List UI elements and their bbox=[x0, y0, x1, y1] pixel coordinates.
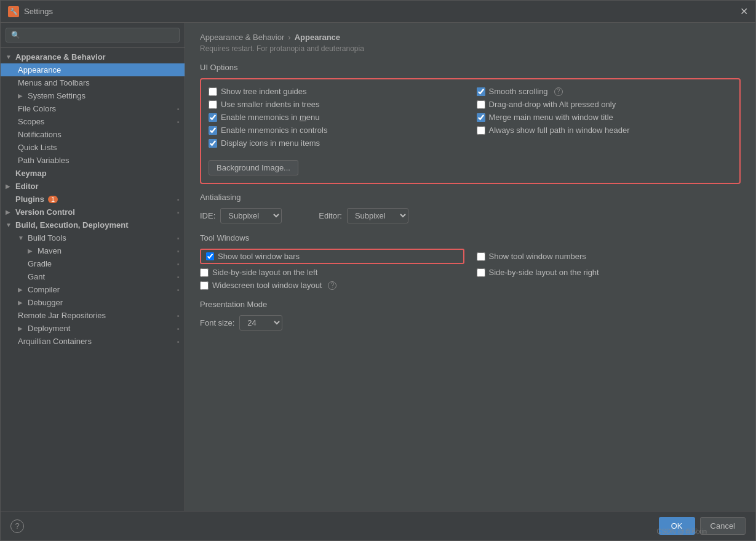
sidebar-label-file-colors: File Colors bbox=[18, 104, 56, 113]
sidebar-item-appearance-behavior[interactable]: ▼ Appearance & Behavior bbox=[1, 50, 185, 63]
widescreen-layout-label: Widescreen tool window layout bbox=[212, 281, 322, 290]
ide-aa-select[interactable]: Subpixel Greyscale None bbox=[220, 208, 282, 223]
font-size-select[interactable]: 12 14 16 18 20 22 24 28 32 bbox=[239, 315, 282, 331]
expand-icon: ▶ bbox=[18, 299, 28, 306]
expand-icon: ▼ bbox=[18, 234, 28, 241]
drag-drop-alt-label: Drag-and-drop with Alt pressed only bbox=[489, 100, 616, 109]
sidebar: ▼ Appearance & Behavior Appearance Menus… bbox=[1, 23, 185, 511]
help-button[interactable]: ? bbox=[10, 519, 24, 533]
antialiasing-title: Antialiasing bbox=[200, 193, 741, 202]
display-icons-checkbox[interactable] bbox=[209, 139, 217, 148]
show-tool-window-numbers-checkbox[interactable] bbox=[477, 252, 485, 261]
enable-mnemonics-menu-checkbox[interactable] bbox=[209, 113, 217, 122]
sidebar-label-compiler: Compiler bbox=[28, 285, 60, 294]
smooth-scrolling-checkbox[interactable] bbox=[477, 87, 485, 96]
always-full-path-checkbox[interactable] bbox=[477, 126, 485, 135]
smooth-scrolling-label: Smooth scrolling bbox=[489, 87, 548, 96]
ui-options-box: Show tree indent guides Smooth scrolling… bbox=[200, 78, 741, 184]
breadcrumb: Appearance & Behavior › Appearance bbox=[200, 33, 741, 42]
show-tool-window-bars-checkbox[interactable] bbox=[206, 252, 214, 260]
sidebar-item-plugins[interactable]: Plugins 1 ▪ bbox=[1, 193, 185, 206]
sidebar-item-gradle[interactable]: Gradle ▪ bbox=[1, 257, 185, 270]
sidebar-item-deployment[interactable]: ▶ Deployment ▪ bbox=[1, 322, 185, 335]
sidebar-item-appearance[interactable]: Appearance bbox=[1, 63, 185, 76]
sidebar-item-arquillian[interactable]: Arquillian Containers ▪ bbox=[1, 335, 185, 348]
expand-icon: ▶ bbox=[6, 183, 15, 190]
sidebar-item-file-colors[interactable]: File Colors ▪ bbox=[1, 102, 185, 115]
breadcrumb-separator: › bbox=[288, 33, 290, 42]
sidebar-item-quick-lists[interactable]: Quick Lists bbox=[1, 141, 185, 154]
expand-icon: ▶ bbox=[28, 247, 38, 254]
subtitle: Requires restart. For protanopia and deu… bbox=[200, 44, 741, 53]
editor-aa-group: Editor: Subpixel Greyscale None bbox=[319, 208, 408, 223]
side-by-side-right-label: Side-by-side layout on the right bbox=[489, 268, 599, 277]
presentation-mode-row: Font size: 12 14 16 18 20 22 24 28 32 bbox=[200, 315, 741, 331]
editor-aa-select[interactable]: Subpixel Greyscale None bbox=[347, 208, 408, 223]
side-by-side-right-checkbox[interactable] bbox=[477, 268, 485, 277]
sidebar-label-editor: Editor bbox=[15, 182, 39, 191]
sidebar-item-notifications[interactable]: Notifications bbox=[1, 128, 185, 141]
sidebar-item-remote-jar-repos[interactable]: Remote Jar Repositories ▪ bbox=[1, 309, 185, 322]
sidebar-item-scopes[interactable]: Scopes ▪ bbox=[1, 115, 185, 128]
option-drag-drop-alt: Drag-and-drop with Alt pressed only bbox=[477, 100, 733, 109]
sidebar-item-path-variables[interactable]: Path Variables bbox=[1, 154, 185, 167]
expand-icon: ▶ bbox=[18, 92, 28, 99]
tool-windows-title: Tool Windows bbox=[200, 233, 741, 242]
merge-main-menu-checkbox[interactable] bbox=[477, 113, 485, 122]
sidebar-label-system-settings: System Settings bbox=[28, 91, 86, 100]
help-icon[interactable]: ? bbox=[328, 281, 336, 290]
sidebar-label-version-control: Version Control bbox=[15, 207, 75, 217]
sidebar-item-editor[interactable]: ▶ Editor bbox=[1, 180, 185, 193]
expand-icon: ▶ bbox=[6, 209, 15, 215]
sidebar-label-build-tools: Build Tools bbox=[28, 233, 66, 242]
breadcrumb-part1: Appearance & Behavior bbox=[200, 33, 284, 42]
pin-icon: ▪ bbox=[177, 273, 180, 281]
plugins-badge: 1 bbox=[48, 196, 58, 203]
footer-left: ? bbox=[10, 519, 24, 533]
sidebar-label-keymap: Keymap bbox=[15, 169, 47, 178]
sidebar-item-system-settings[interactable]: ▶ System Settings bbox=[1, 89, 185, 102]
watermark: CSDN @春秋xin bbox=[657, 527, 707, 536]
widescreen-layout-checkbox[interactable] bbox=[200, 281, 209, 290]
close-button[interactable]: ✕ bbox=[740, 6, 748, 17]
option-enable-mnemonics-menu: Enable mnemonics in menu bbox=[209, 113, 464, 122]
show-tool-window-bars-label: Show tool window bars bbox=[218, 252, 300, 261]
pin-icon: ▪ bbox=[177, 312, 180, 319]
app-icon: 🔧 bbox=[8, 6, 19, 17]
widescreen-layout-row: Widescreen tool window layout ? bbox=[200, 281, 464, 290]
expand-icon: ▼ bbox=[6, 222, 15, 228]
smaller-indents-checkbox[interactable] bbox=[209, 100, 217, 109]
side-by-side-left-checkbox[interactable] bbox=[200, 268, 209, 277]
option-smaller-indents: Use smaller indents in trees bbox=[209, 100, 464, 109]
help-icon[interactable]: ? bbox=[554, 87, 563, 96]
sidebar-item-build-tools[interactable]: ▼ Build Tools ▪ bbox=[1, 231, 185, 244]
bg-image-button[interactable]: Background Image... bbox=[209, 160, 298, 175]
sidebar-label-remote-jar-repos: Remote Jar Repositories bbox=[18, 311, 106, 320]
option-display-icons: Display icons in menu items bbox=[209, 138, 464, 148]
enable-mnemonics-controls-checkbox[interactable] bbox=[209, 126, 217, 135]
display-icons-label: Display icons in menu items bbox=[221, 138, 320, 148]
pin-icon: ▪ bbox=[177, 209, 180, 216]
pin-icon: ▪ bbox=[177, 196, 180, 203]
sidebar-item-compiler[interactable]: ▶ Compiler ▪ bbox=[1, 283, 185, 296]
sidebar-label-arquillian: Arquillian Containers bbox=[18, 337, 92, 346]
spacer-icon bbox=[6, 196, 15, 202]
sidebar-item-debugger[interactable]: ▶ Debugger bbox=[1, 296, 185, 309]
sidebar-item-maven[interactable]: ▶ Maven ▪ bbox=[1, 244, 185, 257]
option-always-full-path: Always show full path in window header bbox=[477, 126, 733, 135]
sidebar-label-appearance-behavior: Appearance & Behavior bbox=[15, 52, 106, 62]
show-tree-indent-checkbox[interactable] bbox=[209, 87, 217, 96]
main-content: ▼ Appearance & Behavior Appearance Menus… bbox=[1, 23, 755, 511]
sidebar-item-keymap[interactable]: Keymap bbox=[1, 167, 185, 180]
titlebar: 🔧 Settings ✕ bbox=[1, 1, 755, 23]
sidebar-item-menus-toolbars[interactable]: Menus and Toolbars bbox=[1, 76, 185, 89]
merge-main-menu-label: Merge main menu with window title bbox=[489, 113, 613, 122]
drag-drop-alt-checkbox[interactable] bbox=[477, 100, 485, 109]
show-tool-window-numbers-label: Show tool window numbers bbox=[489, 252, 586, 261]
sidebar-item-version-control[interactable]: ▶ Version Control ▪ bbox=[1, 206, 185, 218]
sidebar-item-build-execution[interactable]: ▼ Build, Execution, Deployment bbox=[1, 218, 185, 231]
sidebar-item-gant[interactable]: Gant ▪ bbox=[1, 270, 185, 283]
search-input[interactable] bbox=[6, 28, 180, 42]
antialiasing-row: IDE: Subpixel Greyscale None Editor: Sub… bbox=[200, 208, 741, 223]
spacer-icon bbox=[6, 170, 15, 177]
